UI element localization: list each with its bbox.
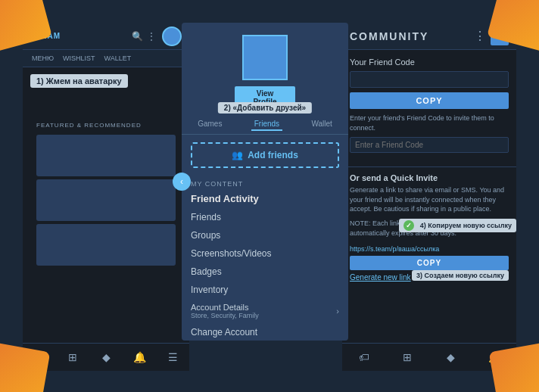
tab-games[interactable]: Games — [195, 118, 225, 131]
menu-change-account[interactable]: Change Account — [182, 323, 348, 341]
enter-friend-code-input[interactable] — [350, 137, 509, 153]
game-tile-3 — [36, 224, 176, 266]
back-button[interactable]: ‹ — [173, 173, 191, 191]
quick-invite-link: https://s.team/p/ваша/ссылка — [342, 242, 516, 256]
quick-invite-label: Or send a Quick Invite — [342, 173, 516, 182]
profile-dropdown: ‹ View Profile 2) «Добавить друзей» Game… — [182, 23, 348, 341]
profile-tabs: Games Friends Wallet — [182, 115, 348, 135]
add-friends-icon: 👥 — [232, 150, 243, 160]
friend-code-section: Your Friend Code COPY Enter your friend'… — [342, 50, 516, 160]
menu-groups[interactable]: Groups — [182, 226, 348, 244]
quick-invite-text: Generate a link to share via email or SM… — [342, 185, 516, 214]
menu-account-details[interactable]: Account Details Store, Security, Family … — [182, 299, 348, 323]
menu-account-sub: Store, Security, Family — [191, 312, 259, 319]
menu-account-label: Account Details — [191, 303, 259, 312]
chevron-right-icon: › — [336, 306, 339, 316]
menu-inventory[interactable]: Inventory — [182, 281, 348, 299]
game-tile-1 — [36, 135, 176, 176]
add-friends-button[interactable]: 👥 Add friends — [191, 142, 339, 168]
more-options-icon[interactable]: ⋮ — [147, 31, 157, 42]
add-friends-label: Add friends — [248, 150, 298, 160]
divider — [342, 166, 516, 167]
steam-nav: МЕНЮ WISHLIST WALLET — [23, 50, 189, 67]
comm-nav-grid-icon[interactable]: ⊞ — [400, 350, 415, 365]
comm-nav-tag-icon[interactable]: 🏷 — [357, 350, 372, 365]
featured-label: FEATURED & RECOMMENDED — [29, 119, 183, 132]
nav-shield-icon[interactable]: ◆ — [98, 350, 114, 365]
tab-wallet[interactable]: Wallet — [308, 118, 335, 131]
copy-link-button[interactable]: COPY — [350, 256, 509, 270]
game-tile-2 — [36, 179, 176, 221]
community-panel: COMMUNITY ⋮ Your Friend Code COPY Enter … — [342, 23, 516, 371]
nav-bell-icon[interactable]: 🔔 — [132, 350, 147, 365]
step3-tooltip: 3) Создаем новую ссылку — [412, 270, 509, 281]
copy-friend-code-button[interactable]: COPY — [350, 92, 509, 109]
step2-tooltip: 2) «Добавить друзей» — [218, 102, 312, 114]
menu-badges[interactable]: Badges — [182, 263, 348, 281]
my-content-label: MY CONTENT — [182, 176, 348, 189]
note-text: NOTE: Each link you generate will be uni… — [350, 219, 509, 238]
user-avatar-small[interactable] — [162, 26, 182, 46]
game-tiles — [29, 132, 183, 269]
tab-friends[interactable]: Friends — [251, 118, 282, 131]
step1-tooltip: 1) Жмем на аватарку — [30, 74, 128, 88]
check-icon: ✓ — [403, 220, 414, 231]
steam-panel: STEAM 🔍 ⋮ МЕНЮ WISHLIST WALLET 1) Жмем н… — [23, 23, 189, 371]
friend-code-help-text: Enter your friend's Friend Code to invit… — [350, 114, 509, 132]
nav-grid-icon[interactable]: ⊞ — [65, 350, 80, 365]
nav-hamburger-icon[interactable]: ☰ — [165, 350, 180, 365]
nav-menu[interactable]: МЕНЮ — [29, 53, 57, 64]
menu-screenshots[interactable]: Screenshots/Videos — [182, 244, 348, 263]
nav-wallet[interactable]: WALLET — [101, 53, 135, 64]
your-friend-code-label: Your Friend Code — [350, 58, 509, 67]
menu-friend-activity[interactable]: Friend Activity — [182, 189, 348, 208]
community-title: COMMUNITY — [350, 30, 428, 42]
search-icon[interactable]: 🔍 — [132, 31, 142, 42]
friend-code-input[interactable] — [350, 71, 509, 88]
comm-nav-shield-icon[interactable]: ◆ — [444, 350, 459, 365]
menu-friends[interactable]: Friends — [182, 208, 348, 226]
community-menu-icon[interactable]: ⋮ — [474, 29, 486, 43]
step4-tooltip: ✓ 4) Копируем новую ссылку — [399, 219, 516, 232]
user-avatar-large — [242, 35, 288, 80]
nav-wishlist[interactable]: WISHLIST — [60, 53, 98, 64]
